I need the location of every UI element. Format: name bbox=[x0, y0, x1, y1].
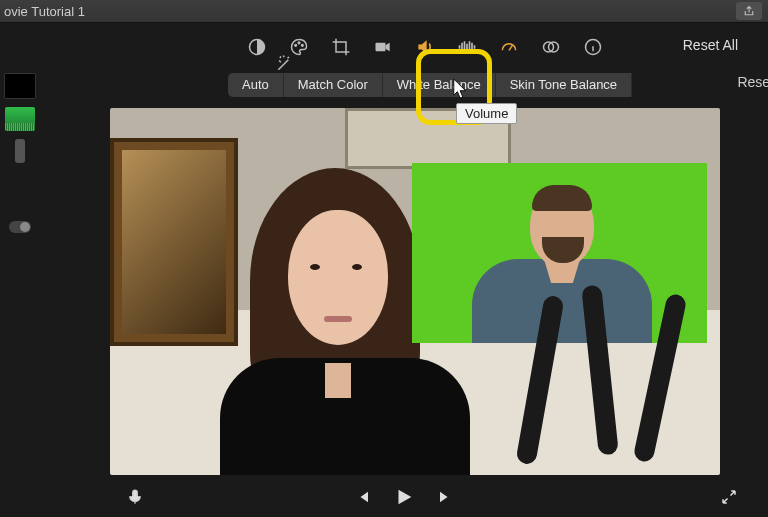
volume-tooltip: Volume bbox=[456, 103, 517, 124]
reset-button[interactable]: Reset bbox=[737, 74, 768, 90]
info-icon[interactable] bbox=[583, 37, 603, 57]
clip-thumbnail[interactable] bbox=[15, 139, 25, 163]
contrast-icon[interactable] bbox=[247, 37, 267, 57]
overlap-circles-icon[interactable] bbox=[541, 37, 561, 57]
svg-rect-4 bbox=[376, 43, 386, 51]
crop-icon[interactable] bbox=[331, 37, 351, 57]
clip-thumbnail[interactable] bbox=[5, 107, 35, 131]
media-sidebar bbox=[0, 23, 40, 517]
speed-gauge-icon[interactable] bbox=[499, 37, 519, 57]
reset-all-button[interactable]: Reset All bbox=[683, 37, 738, 53]
segment-match-color[interactable]: Match Color bbox=[284, 73, 383, 97]
skip-back-button[interactable] bbox=[353, 488, 371, 510]
palette-icon[interactable] bbox=[289, 37, 309, 57]
preview-prop bbox=[520, 285, 720, 475]
color-mode-segmented: Auto Match Color White Balance Skin Tone… bbox=[40, 71, 768, 98]
svg-point-1 bbox=[295, 45, 297, 47]
share-button[interactable] bbox=[736, 2, 762, 20]
segment-skin-tone[interactable]: Skin Tone Balance bbox=[496, 73, 632, 97]
adjustments-toolbar: Reset All bbox=[40, 23, 768, 71]
expand-button[interactable] bbox=[720, 488, 738, 510]
title-bar: ovie Tutorial 1 bbox=[0, 0, 768, 23]
share-icon bbox=[743, 4, 755, 18]
volume-icon[interactable] bbox=[415, 37, 435, 57]
svg-point-2 bbox=[298, 42, 300, 44]
window-title: ovie Tutorial 1 bbox=[0, 4, 85, 19]
camera-icon[interactable] bbox=[373, 37, 393, 57]
play-button[interactable] bbox=[393, 486, 415, 512]
segment-white-balance[interactable]: White Balance bbox=[383, 73, 496, 97]
microphone-icon[interactable] bbox=[126, 488, 144, 510]
video-preview[interactable] bbox=[110, 108, 720, 475]
cursor-pointer-icon bbox=[452, 77, 470, 103]
equalizer-icon[interactable] bbox=[457, 37, 477, 57]
transport-controls bbox=[40, 479, 768, 517]
svg-point-3 bbox=[302, 45, 304, 47]
skip-forward-button[interactable] bbox=[437, 488, 455, 510]
sidebar-toggle[interactable] bbox=[9, 221, 31, 233]
segment-auto[interactable]: Auto bbox=[228, 73, 284, 97]
clip-thumbnail[interactable] bbox=[4, 73, 36, 99]
